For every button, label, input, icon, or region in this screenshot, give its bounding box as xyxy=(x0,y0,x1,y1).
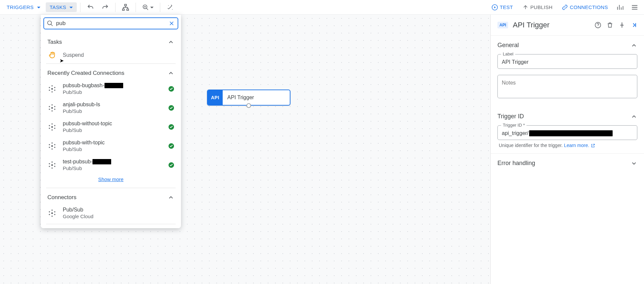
svg-point-27 xyxy=(49,128,50,129)
notes-field[interactable] xyxy=(497,75,637,98)
search-input[interactable] xyxy=(56,20,166,27)
trigger-id-value: api_trigger/ xyxy=(502,130,528,136)
svg-point-38 xyxy=(51,164,53,166)
pin-icon[interactable] xyxy=(619,22,625,28)
connections-button[interactable]: CONNECTIONS xyxy=(558,2,612,12)
svg-point-17 xyxy=(54,109,55,110)
svg-point-7 xyxy=(51,85,53,87)
tasks-section-header[interactable]: Tasks xyxy=(41,34,181,48)
connector-icon xyxy=(47,161,57,169)
trigger-id-helper: Unique identifier for the trigger. Learn… xyxy=(497,143,637,148)
api-trigger-node[interactable]: API API Trigger xyxy=(207,90,290,106)
svg-point-18 xyxy=(51,110,53,112)
separator xyxy=(136,3,136,12)
svg-point-33 xyxy=(54,147,55,148)
error-handling-section[interactable]: Error handling xyxy=(491,153,644,173)
separator xyxy=(160,3,160,12)
svg-point-23 xyxy=(51,123,53,125)
separator xyxy=(115,3,116,12)
svg-rect-1 xyxy=(123,9,125,10)
collapse-panel-icon[interactable] xyxy=(631,22,637,28)
publish-button[interactable]: PUBLISH xyxy=(518,2,557,12)
svg-point-8 xyxy=(54,87,55,88)
top-toolbar: TRIGGERS TASKS TEST PUBLISH xyxy=(0,0,644,15)
svg-point-44 xyxy=(49,163,50,164)
redacted xyxy=(529,130,613,136)
svg-rect-0 xyxy=(125,4,127,6)
panel-title: API Trigger xyxy=(513,21,590,29)
svg-point-14 xyxy=(51,107,53,109)
svg-point-15 xyxy=(51,104,53,106)
divider xyxy=(46,188,176,188)
connection-subtitle: Pub/Sub xyxy=(63,89,162,95)
publish-label: PUBLISH xyxy=(530,4,553,10)
connection-subtitle: Pub/Sub xyxy=(63,127,162,133)
search-icon xyxy=(47,20,53,27)
connector-icon xyxy=(47,123,57,131)
search-box[interactable] xyxy=(43,17,178,29)
connector-item[interactable]: Pub/Sub Google Cloud xyxy=(41,203,181,223)
analytics-button[interactable] xyxy=(613,1,627,14)
show-more-link[interactable]: Show more xyxy=(98,176,124,182)
general-section-header[interactable]: General xyxy=(497,42,637,49)
svg-point-41 xyxy=(54,166,55,167)
triggers-dropdown[interactable]: TRIGGERS xyxy=(3,2,44,12)
delete-icon[interactable] xyxy=(607,22,613,28)
svg-point-39 xyxy=(51,161,53,163)
connections-label: CONNECTIONS xyxy=(570,4,608,10)
undo-button[interactable] xyxy=(84,1,97,14)
connectors-section-header[interactable]: Connectors xyxy=(41,189,181,203)
learn-more-link[interactable]: Learn more. xyxy=(564,143,595,148)
connection-subtitle: Pub/Sub xyxy=(63,108,162,114)
label-field[interactable]: Label xyxy=(497,54,637,69)
redo-button[interactable] xyxy=(98,1,112,14)
divider xyxy=(46,224,176,224)
svg-point-16 xyxy=(54,106,55,107)
chevron-up-icon xyxy=(168,70,174,77)
svg-point-28 xyxy=(49,125,50,126)
svg-point-10 xyxy=(51,91,53,93)
layout-button[interactable] xyxy=(119,1,132,14)
tasks-dropdown[interactable]: TASKS xyxy=(46,2,77,12)
connectors-section-title: Connectors xyxy=(47,194,76,201)
recent-connection-item[interactable]: anjali-pubsub-ls Pub/Sub xyxy=(41,98,181,117)
status-ok-icon xyxy=(168,162,174,168)
recent-connection-item[interactable]: test-pubsub- Pub/Sub xyxy=(41,155,181,174)
node-output-port[interactable] xyxy=(246,103,251,108)
svg-point-50 xyxy=(51,216,53,217)
svg-point-34 xyxy=(51,148,53,150)
svg-point-6 xyxy=(51,88,53,90)
svg-point-19 xyxy=(49,109,50,110)
svg-point-25 xyxy=(54,128,55,129)
trigger-id-section-header[interactable]: Trigger ID xyxy=(497,113,637,120)
connection-title: test-pubsub- xyxy=(63,159,162,165)
connector-subtitle: Google Cloud xyxy=(63,214,174,219)
show-more[interactable]: Show more xyxy=(41,174,181,186)
notes-input[interactable] xyxy=(502,80,633,93)
connection-title: pubsub-without-topic xyxy=(63,121,162,127)
status-ok-icon xyxy=(168,105,174,111)
node-title: API Trigger xyxy=(223,95,259,101)
recent-connection-item[interactable]: pubsub-bugbash- Pub/Sub xyxy=(41,79,181,98)
divider xyxy=(46,63,176,64)
help-icon[interactable] xyxy=(595,22,601,28)
task-item-suspend[interactable]: Suspend xyxy=(41,48,181,62)
svg-point-26 xyxy=(51,129,53,131)
label-input[interactable] xyxy=(502,59,633,65)
recent-section-title: Recently Created Connections xyxy=(47,70,125,77)
tasks-search-panel: Tasks Suspend Recently Created Connectio… xyxy=(41,15,181,228)
svg-point-48 xyxy=(54,211,55,212)
tasks-section-title: Tasks xyxy=(47,39,62,45)
magic-wand-button[interactable] xyxy=(164,1,177,14)
recent-connection-item[interactable]: pubsub-with-topic Pub/Sub xyxy=(41,136,181,155)
trigger-id-field[interactable]: Trigger ID * api_trigger/ xyxy=(497,125,637,140)
svg-point-46 xyxy=(51,212,53,214)
clear-icon[interactable] xyxy=(168,20,175,27)
test-button[interactable]: TEST xyxy=(488,2,517,12)
zoom-dropdown[interactable] xyxy=(139,1,157,14)
recent-connection-item[interactable]: pubsub-without-topic Pub/Sub xyxy=(41,117,181,136)
recent-section-header[interactable]: Recently Created Connections xyxy=(41,65,181,79)
error-handling-title: Error handling xyxy=(497,160,535,167)
menu-button[interactable] xyxy=(628,1,641,14)
svg-point-22 xyxy=(51,126,53,128)
